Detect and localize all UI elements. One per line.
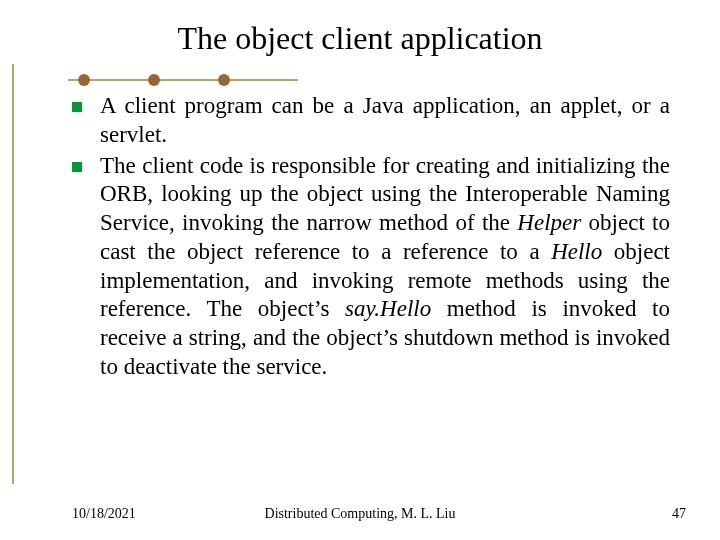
decoration-dot xyxy=(218,74,230,86)
vertical-accent-bar xyxy=(12,64,14,484)
body-text: A client program can be a Java applicati… xyxy=(100,93,670,147)
italic-text: Helper xyxy=(517,210,581,235)
list-item: A client program can be a Java applicati… xyxy=(72,92,670,150)
title-underline-decoration xyxy=(68,70,308,90)
list-item: The client code is responsible for creat… xyxy=(72,152,670,382)
decoration-line xyxy=(68,79,298,81)
bullet-list: A client program can be a Java applicati… xyxy=(72,92,670,382)
slide-body: A client program can be a Java applicati… xyxy=(72,92,670,384)
italic-text: say.Hello xyxy=(345,296,431,321)
slide: The object client application A client p… xyxy=(0,0,720,540)
square-bullet-icon xyxy=(72,162,82,172)
decoration-dot xyxy=(78,74,90,86)
slide-title: The object client application xyxy=(0,20,720,57)
footer-center: Distributed Computing, M. L. Liu xyxy=(0,506,720,522)
square-bullet-icon xyxy=(72,102,82,112)
footer-page-number: 47 xyxy=(672,506,686,522)
italic-text: Hello xyxy=(551,239,602,264)
decoration-dot xyxy=(148,74,160,86)
